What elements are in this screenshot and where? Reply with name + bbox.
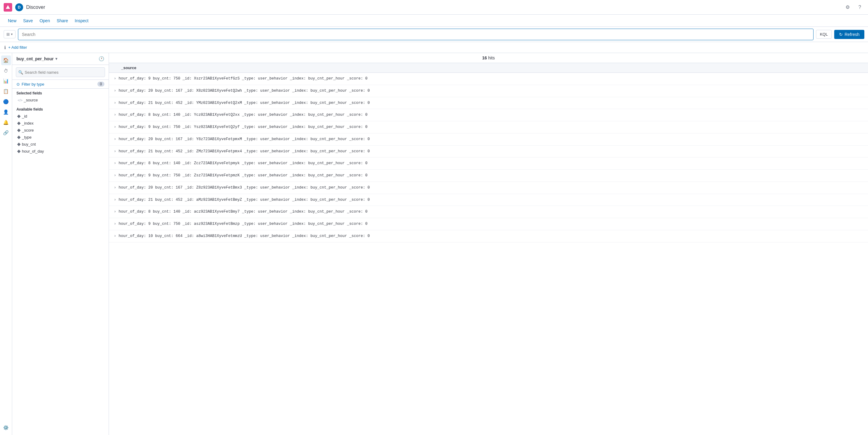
field-item-score[interactable]: _score (17, 127, 104, 134)
field-item-id[interactable]: _id (17, 113, 104, 120)
index-name-label: buy_cnt_per_hour (17, 56, 54, 61)
hour-of-day-field-name: hour_of_day (22, 149, 44, 153)
row-content: hour_of_day: 9 buy_cnt: 750 _id: Xszr23A… (119, 76, 863, 82)
row-content: hour_of_day: 20 buy_cnt: 167 _id: Z8z923… (119, 185, 863, 191)
search-icon: 🔍 (18, 70, 23, 75)
expand-row-icon[interactable]: › (114, 149, 116, 153)
index-name-selector[interactable]: buy_cnt_per_hour ▾ (17, 56, 57, 61)
type-field-name: _type (22, 135, 32, 140)
hits-label: hits (488, 55, 495, 60)
table-header: _source (109, 63, 868, 73)
expand-row-icon[interactable]: › (114, 124, 116, 129)
table-row[interactable]: ›hour_of_day: 8 buy_cnt: 140 _id: acz923… (109, 206, 868, 218)
filter-by-type[interactable]: ⊙ Filter by type 0 (12, 80, 108, 89)
settings-icon[interactable]: ⚙ (843, 3, 852, 12)
left-nav: 🏠 ⏱ 📊 📋 🔵 👤 🔔 🔗 ⚙️ (0, 53, 12, 435)
source-field-name: _source (24, 98, 38, 103)
index-selector-icon: ⊞ (6, 32, 10, 36)
filter-count-badge: 0 (97, 82, 104, 87)
clock-icon[interactable]: 🕐 (99, 56, 104, 61)
field-item-source[interactable]: </> _source (17, 96, 104, 104)
expand-row-icon[interactable]: › (114, 185, 116, 190)
search-input[interactable] (18, 29, 813, 40)
refresh-button[interactable]: ↻ Refresh (834, 30, 864, 39)
row-content: hour_of_day: 8 buy_cnt: 140 _id: Ycz023A… (119, 112, 863, 118)
hits-bar: 16 hits (109, 53, 868, 63)
row-content: hour_of_day: 9 buy_cnt: 750 _id: asz923A… (119, 221, 863, 227)
expand-row-icon[interactable]: › (114, 161, 116, 166)
hour-of-day-field-icon (17, 150, 21, 153)
table-row[interactable]: ›hour_of_day: 9 buy_cnt: 750 _id: Xszr23… (109, 73, 868, 85)
source-field-icon: </> (18, 98, 22, 102)
buy-cnt-field-icon (17, 143, 21, 146)
row-content: hour_of_day: 9 buy_cnt: 750 _id: Zsz723A… (119, 173, 863, 178)
expand-row-icon[interactable]: › (114, 209, 116, 214)
expand-row-icon[interactable]: › (114, 234, 116, 238)
index-field-icon (17, 121, 21, 125)
app-logo (4, 3, 12, 11)
table-row[interactable]: ›hour_of_day: 9 buy_cnt: 750 _id: asz923… (109, 218, 868, 230)
table-row[interactable]: ›hour_of_day: 9 buy_cnt: 750 _id: Ysz023… (109, 121, 868, 134)
expand-row-icon[interactable]: › (114, 100, 116, 105)
table-row[interactable]: ›hour_of_day: 20 buy_cnt: 167 _id: X8z02… (109, 85, 868, 97)
filter-icon: ⊙ (17, 82, 20, 87)
add-filter-button[interactable]: + Add filter (8, 45, 27, 50)
nav-icon-link[interactable]: 🔗 (1, 128, 11, 138)
search-fields-input[interactable] (16, 67, 105, 77)
open-button[interactable]: Open (36, 17, 53, 25)
row-content: hour_of_day: 8 buy_cnt: 140 _id: acz923A… (119, 209, 863, 215)
field-item-hour-of-day[interactable]: hour_of_day (17, 148, 104, 155)
index-field-name: _index (22, 121, 33, 125)
table-row[interactable]: ›hour_of_day: 21 buy_cnt: 452 _id: YMz02… (109, 97, 868, 109)
nav-icon-list[interactable]: 📋 (1, 87, 11, 96)
nav-icon-settings[interactable]: ⚙️ (1, 423, 11, 433)
chevron-down-icon: ▾ (11, 32, 13, 36)
selected-fields-title: Selected fields (17, 91, 104, 95)
field-item-type[interactable]: _type (17, 134, 104, 141)
table-row[interactable]: ›hour_of_day: 20 buy_cnt: 167 _id: Y8z72… (109, 134, 868, 146)
nav-icon-charts[interactable]: 📊 (1, 76, 11, 86)
info-icon: ℹ (4, 45, 6, 50)
row-content: hour_of_day: 21 buy_cnt: 452 _id: aMz923… (119, 197, 863, 203)
expand-row-icon[interactable]: › (114, 88, 116, 93)
expand-row-icon[interactable]: › (114, 197, 116, 202)
row-content: hour_of_day: 21 buy_cnt: 452 _id: ZMz723… (119, 149, 863, 154)
type-field-icon (17, 136, 21, 139)
table-row[interactable]: ›hour_of_day: 9 buy_cnt: 750 _id: Zsz723… (109, 170, 868, 182)
results-list[interactable]: ›hour_of_day: 9 buy_cnt: 750 _id: Xszr23… (109, 73, 868, 435)
nav-icon-user[interactable]: 👤 (1, 107, 11, 117)
table-row[interactable]: ›hour_of_day: 8 buy_cnt: 140 _id: Zcz723… (109, 157, 868, 170)
table-row[interactable]: ›hour_of_day: 10 buy_cnt: 664 _id: a8wi3… (109, 230, 868, 242)
nav-icon-circle[interactable]: 🔵 (1, 97, 11, 107)
expand-row-icon[interactable]: › (114, 222, 116, 226)
new-button[interactable]: New (5, 17, 20, 25)
row-content: hour_of_day: 8 buy_cnt: 140 _id: Zcz723A… (119, 161, 863, 166)
field-item-index[interactable]: _index (17, 120, 104, 127)
table-row[interactable]: ›hour_of_day: 8 buy_cnt: 140 _id: Ycz023… (109, 109, 868, 121)
row-content: hour_of_day: 20 buy_cnt: 167 _id: Y8z723… (119, 137, 863, 142)
nav-icon-discover[interactable]: 🏠 (1, 55, 11, 65)
table-row[interactable]: ›hour_of_day: 21 buy_cnt: 452 _id: aMz92… (109, 194, 868, 206)
help-icon[interactable]: ? (855, 3, 864, 12)
selected-fields-section: Selected fields </> _source (12, 89, 108, 105)
hits-count: 16 (482, 55, 487, 60)
save-button[interactable]: Save (20, 17, 36, 25)
source-header: _source (121, 65, 136, 70)
expand-row-icon[interactable]: › (114, 76, 116, 81)
nav-icon-clock[interactable]: ⏱ (1, 66, 11, 76)
expand-row-icon[interactable]: › (114, 112, 116, 117)
nav-icon-bell[interactable]: 🔔 (1, 118, 11, 127)
id-field-name: _id (22, 114, 27, 118)
field-item-buy-cnt[interactable]: buy_cnt (17, 141, 104, 148)
search-fields-wrapper: 🔍 (16, 67, 105, 77)
row-content: hour_of_day: 20 buy_cnt: 167 _id: X8z023… (119, 88, 863, 94)
expand-row-icon[interactable]: › (114, 137, 116, 141)
inspect-button[interactable]: Inspect (72, 17, 92, 25)
expand-row-icon[interactable]: › (114, 173, 116, 178)
table-row[interactable]: ›hour_of_day: 20 buy_cnt: 167 _id: Z8z92… (109, 182, 868, 194)
kql-button[interactable]: KQL (816, 30, 832, 39)
share-button[interactable]: Share (54, 17, 71, 25)
index-selector[interactable]: ⊞ ▾ (4, 30, 16, 38)
id-field-icon (17, 115, 21, 118)
table-row[interactable]: ›hour_of_day: 21 buy_cnt: 452 _id: ZMz72… (109, 146, 868, 158)
